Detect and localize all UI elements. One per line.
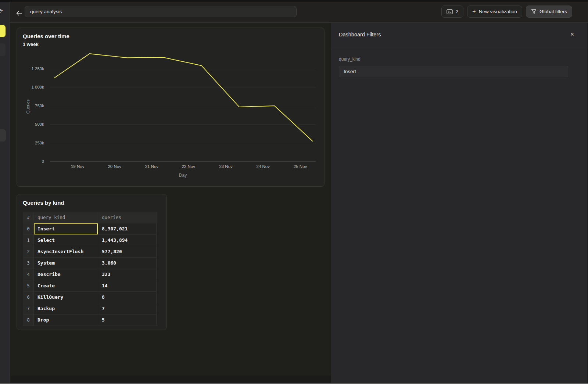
funnel-icon [531, 9, 537, 14]
query-kind-cell[interactable]: Describe [34, 269, 98, 280]
table-row: 3System3,060 [23, 257, 156, 269]
sidebar-item[interactable] [0, 43, 6, 56]
gridline [50, 161, 316, 162]
col-header-queries[interactable]: queries [98, 212, 156, 223]
query-kind-cell[interactable]: Insert [34, 223, 98, 234]
console-count: 2 [456, 9, 459, 14]
col-header-index[interactable]: # [23, 212, 34, 223]
table-row: 2AsyncInsertFlush577,820 [23, 246, 156, 257]
dashboard-filters-panel: Dashboard Filters ✕ query_kind [331, 23, 588, 384]
new-visualization-button[interactable]: + New visualization [467, 6, 522, 18]
row-index-cell: 0 [23, 223, 34, 234]
queries-by-kind-card[interactable]: Queries by kind # query_kind queries 0In… [17, 194, 167, 330]
row-index-cell: 7 [23, 303, 34, 314]
x-tick-label: 21 Nov [141, 164, 163, 169]
y-tick-label: 750k [35, 104, 44, 108]
left-sidebar: ⟳ [0, 2, 10, 383]
x-axis-label: Day [50, 173, 316, 178]
x-tick-label: 20 Nov [104, 164, 126, 169]
terminal-icon [447, 9, 453, 14]
queries-value-cell[interactable]: 8,307,021 [98, 223, 156, 234]
queries-value-cell[interactable]: 5 [98, 315, 156, 326]
query-kind-cell[interactable]: System [34, 258, 98, 269]
chart-subtitle: 1 week [23, 42, 39, 47]
topbar-actions: 2 + New visualization Global filters [441, 6, 572, 18]
table-title: Queries by kind [23, 200, 64, 206]
queries-value-cell[interactable]: 1,443,894 [98, 235, 156, 246]
queries-value-cell[interactable]: 3,060 [98, 258, 156, 269]
queries-over-time-card[interactable]: Queries over time 1 week Queries 0250k50… [17, 28, 325, 187]
row-index-cell: 6 [23, 292, 34, 303]
new-visualization-label: New visualization [479, 9, 517, 14]
refresh-icon[interactable]: ⟳ [0, 8, 3, 14]
queries-table: # query_kind queries 0Insert8,307,0211Se… [23, 212, 157, 326]
queries-value-cell[interactable]: 323 [98, 269, 156, 280]
row-index-cell: 2 [23, 246, 34, 257]
row-index-cell: 8 [23, 315, 34, 326]
dashboard-title-input[interactable] [25, 6, 297, 17]
queries-table-body: 0Insert8,307,0211Select1,443,8942AsyncIn… [23, 223, 156, 326]
row-index-cell: 1 [23, 235, 34, 246]
x-tick-label: 22 Nov [178, 164, 200, 169]
queries-value-cell[interactable]: 577,820 [98, 246, 156, 257]
top-bar: 2 + New visualization Global filters [10, 2, 588, 23]
table-row: 8Drop5 [23, 314, 156, 326]
sidebar-item-active[interactable] [0, 25, 6, 37]
row-index-cell: 3 [23, 258, 34, 269]
query-kind-cell[interactable]: Drop [34, 315, 98, 326]
filters-panel-title: Dashboard Filters [339, 32, 381, 37]
table-row: 0Insert8,307,021 [23, 223, 156, 234]
back-arrow-icon [15, 9, 23, 17]
dashboard-canvas: Queries over time 1 week Queries 0250k50… [10, 23, 331, 384]
query-kind-cell[interactable]: Backup [34, 303, 98, 314]
y-tick-label: 500k [35, 122, 44, 126]
global-filters-label: Global filters [539, 9, 567, 14]
table-header-row: # query_kind queries [23, 212, 156, 223]
queries-line-series [54, 54, 313, 141]
query-kind-filter-input[interactable] [339, 66, 568, 77]
table-row: 4Describe323 [23, 269, 156, 280]
query-kind-cell[interactable]: AsyncInsertFlush [34, 246, 98, 257]
row-index-cell: 5 [23, 280, 34, 291]
table-row: 1Select1,443,894 [23, 234, 156, 246]
x-tick-label: 25 Nov [289, 164, 311, 169]
x-tick-label: 19 Nov [67, 164, 89, 169]
filter-field-label: query_kind [339, 57, 361, 62]
chart-title: Queries over time [23, 33, 69, 39]
y-tick-label: 0 [42, 159, 44, 164]
table-row: 7Backup7 [23, 303, 156, 314]
y-tick-label: 250k [35, 141, 44, 145]
queries-value-cell[interactable]: 8 [98, 292, 156, 303]
panel-divider [331, 49, 588, 49]
y-tick-label: 1 000k [31, 85, 44, 89]
query-kind-cell[interactable]: Select [34, 235, 98, 246]
console-count-button[interactable]: 2 [441, 6, 464, 18]
sidebar-item[interactable] [0, 129, 6, 141]
query-kind-cell[interactable]: Create [34, 280, 98, 291]
back-button[interactable] [15, 9, 23, 17]
y-axis-ticks: 0250k500k750k1 000k1 250k [17, 52, 47, 161]
x-tick-label: 23 Nov [215, 164, 237, 169]
chart-plot [50, 52, 316, 161]
global-filters-button[interactable]: Global filters [526, 6, 572, 18]
query-kind-cell[interactable]: KillQuery [34, 292, 98, 303]
queries-value-cell[interactable]: 14 [98, 280, 156, 291]
x-tick-label: 24 Nov [252, 164, 274, 169]
col-header-query-kind[interactable]: query_kind [34, 212, 98, 223]
table-row: 5Create14 [23, 280, 156, 291]
table-row: 6KillQuery8 [23, 291, 156, 303]
y-tick-label: 1 250k [31, 67, 44, 71]
queries-value-cell[interactable]: 7 [98, 303, 156, 314]
plus-icon: + [472, 9, 476, 15]
row-index-cell: 4 [23, 269, 34, 280]
close-icon[interactable]: ✕ [569, 31, 576, 38]
x-axis-ticks: 19 Nov20 Nov21 Nov22 Nov23 Nov24 Nov25 N… [50, 164, 316, 170]
